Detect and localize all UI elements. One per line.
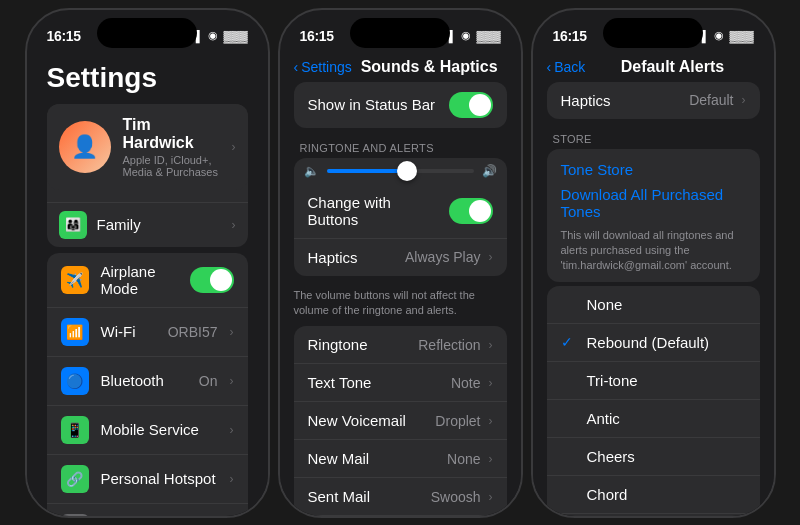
store-group: Tone Store Download All Purchased Tones … [547, 149, 760, 282]
phone-settings: 16:15 ▐▌▌ ◉ ▓▓▓ Settings 👤 Tim Hardwick … [25, 8, 270, 518]
avatar: 👤 [59, 121, 111, 173]
family-label: Family [97, 216, 222, 233]
bluetooth-label: Bluetooth [101, 372, 187, 389]
wifi-icon: ◉ [208, 29, 218, 42]
mobile-chevron: › [230, 423, 234, 437]
ringtone-chevron: › [489, 338, 493, 352]
bluetooth-icon: 🔵 [61, 367, 89, 395]
network-group: ✈️ Airplane Mode 📶 Wi-Fi ORBI57 › 🔵 Blue… [47, 253, 248, 516]
none-check [561, 296, 579, 312]
phone-default-alerts: 16:15 ▐▌▌ ◉ ▓▓▓ ‹ Back Default Alerts Ha… [531, 8, 776, 518]
bluetooth-row[interactable]: 🔵 Bluetooth On › [47, 357, 248, 406]
change-buttons-row[interactable]: Change with Buttons [294, 184, 507, 239]
new-mail-label: New Mail [308, 450, 440, 467]
wifi-chevron: › [230, 325, 234, 339]
sounds-screen: ‹ Settings Sounds & Haptics Show in Stat… [280, 54, 521, 516]
tones-group: Ringtone Reflection › Text Tone Note › N… [294, 326, 507, 515]
back-label-3: Back [554, 59, 585, 75]
profile-card[interactable]: 👤 Tim Hardwick Apple ID, iCloud+, Media … [47, 104, 248, 190]
volume-slider-fill [327, 169, 408, 173]
sounds-title: Sounds & Haptics [352, 58, 507, 76]
hotspot-icon: 🔗 [61, 465, 89, 493]
airplane-toggle[interactable] [190, 267, 234, 293]
alerts-back-button[interactable]: ‹ Back [547, 59, 586, 75]
store-note: This will download all ringtones and ale… [561, 228, 746, 274]
sent-mail-label: Sent Mail [308, 488, 423, 505]
tone-store-link[interactable]: Tone Store [561, 157, 746, 182]
tritone-label: Tri-tone [587, 372, 638, 389]
tone-chord[interactable]: Chord [547, 476, 760, 514]
vpn-row[interactable]: 🔒 VPN Connected › [47, 504, 248, 516]
airplane-row[interactable]: ✈️ Airplane Mode [47, 253, 248, 308]
battery-icon: ▓▓▓ [223, 30, 247, 42]
airplane-icon: ✈️ [61, 266, 89, 294]
sent-mail-chevron: › [489, 490, 493, 504]
change-buttons-toggle[interactable] [449, 198, 493, 224]
sent-mail-row[interactable]: Sent Mail Swoosh › [294, 478, 507, 515]
tone-cheers[interactable]: Cheers [547, 438, 760, 476]
family-row[interactable]: 👨‍👩‍👧 Family › [47, 202, 248, 247]
dynamic-island-2 [350, 18, 450, 48]
volume-slider-track[interactable] [327, 169, 474, 173]
antic-check [561, 410, 579, 426]
none-label: None [587, 296, 623, 313]
haptics-setting-row[interactable]: Haptics Default › [547, 82, 760, 119]
wifi-icon-2: ◉ [461, 29, 471, 42]
text-tone-value: Note [451, 375, 481, 391]
tone-rebound[interactable]: ✓ Rebound (Default) [547, 324, 760, 362]
volume-slider-container: 🔈 🔊 [294, 158, 507, 184]
tone-none[interactable]: None [547, 286, 760, 324]
new-mail-chevron: › [489, 452, 493, 466]
dynamic-island-3 [603, 18, 703, 48]
status-time-3: 16:15 [553, 28, 587, 44]
sounds-nav: ‹ Settings Sounds & Haptics [280, 54, 521, 82]
back-label: Settings [301, 59, 352, 75]
volume-slider-thumb[interactable] [397, 161, 417, 181]
haptics-row[interactable]: Haptics Always Play › [294, 239, 507, 276]
hotspot-chevron: › [230, 472, 234, 486]
volume-high-icon: 🔊 [482, 164, 497, 178]
hotspot-row[interactable]: 🔗 Personal Hotspot › [47, 455, 248, 504]
sounds-back-button[interactable]: ‹ Settings [294, 59, 352, 75]
text-tone-row[interactable]: Text Tone Note › [294, 364, 507, 402]
show-status-toggle[interactable] [449, 92, 493, 118]
ringtone-row[interactable]: Ringtone Reflection › [294, 326, 507, 364]
wifi-value: ORBI57 [168, 324, 218, 340]
family-icon: 👨‍👩‍👧 [59, 211, 87, 239]
haptics-group: Haptics Default › [547, 82, 760, 119]
ringtone-section-header: RINGTONE AND ALERTS [280, 136, 521, 158]
settings-title: Settings [47, 62, 248, 94]
ringtone-value: Reflection [418, 337, 480, 353]
download-all-link[interactable]: Download All Purchased Tones [561, 182, 746, 224]
mobile-icon: 📱 [61, 416, 89, 444]
hotspot-label: Personal Hotspot [101, 470, 218, 487]
rebound-label: Rebound (Default) [587, 334, 710, 351]
bluetooth-value: On [199, 373, 218, 389]
new-mail-row[interactable]: New Mail None › [294, 440, 507, 478]
haptics-value: Always Play [405, 249, 480, 265]
wifi-icon-3: ◉ [714, 29, 724, 42]
haptics-label: Haptics [308, 249, 398, 266]
phone-sounds: 16:15 ▐▌▌ ◉ ▓▓▓ ‹ Settings Sounds & Hapt… [278, 8, 523, 518]
wifi-icon-row: 📶 [61, 318, 89, 346]
settings-header: Settings 👤 Tim Hardwick Apple ID, iCloud… [27, 54, 268, 253]
alerts-nav: ‹ Back Default Alerts [533, 54, 774, 82]
haptics-setting-value: Default [689, 92, 733, 108]
status-bar-row[interactable]: Show in Status Bar [294, 82, 507, 128]
profile-subtitle: Apple ID, iCloud+, Media & Purchases [123, 154, 220, 178]
tone-antic[interactable]: Antic [547, 400, 760, 438]
ringtone-label: Ringtone [308, 336, 411, 353]
voicemail-row[interactable]: New Voicemail Droplet › [294, 402, 507, 440]
wifi-label: Wi-Fi [101, 323, 156, 340]
tone-droplet[interactable]: Droplet [547, 514, 760, 516]
status-time-2: 16:15 [300, 28, 334, 44]
show-status-label: Show in Status Bar [308, 96, 441, 113]
haptics-setting-chevron: › [742, 93, 746, 107]
haptics-setting-label: Haptics [561, 92, 682, 109]
cheers-label: Cheers [587, 448, 635, 465]
tone-tritone[interactable]: Tri-tone [547, 362, 760, 400]
antic-label: Antic [587, 410, 620, 427]
profile-group[interactable]: 👤 Tim Hardwick Apple ID, iCloud+, Media … [47, 104, 248, 247]
wifi-row[interactable]: 📶 Wi-Fi ORBI57 › [47, 308, 248, 357]
mobile-row[interactable]: 📱 Mobile Service › [47, 406, 248, 455]
